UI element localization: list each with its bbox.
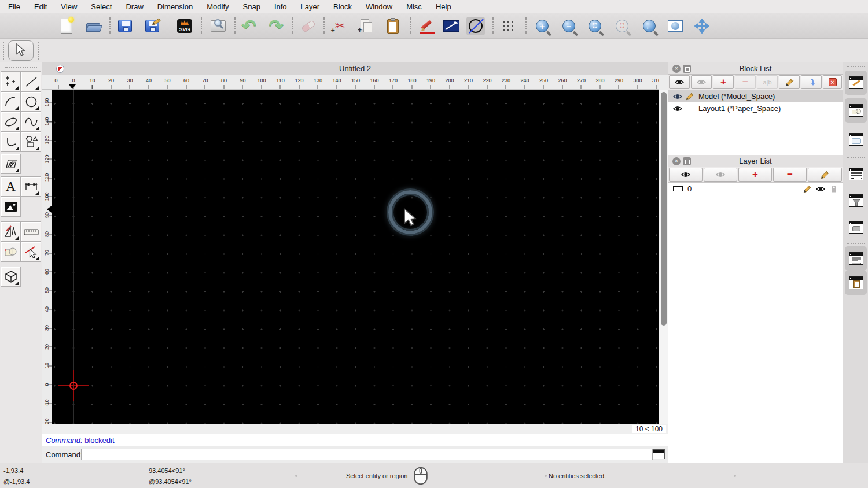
show-all-layers-button[interactable] bbox=[669, 168, 703, 182]
auto-zoom-button[interactable]: ⛶ bbox=[586, 17, 604, 35]
dock-bar-handle bbox=[847, 66, 865, 67]
undo-button[interactable]: ↶ bbox=[240, 17, 258, 35]
status-dot bbox=[545, 475, 547, 477]
menu-item-edit[interactable]: Edit bbox=[34, 2, 47, 11]
menu-item-info[interactable]: Info bbox=[274, 2, 287, 11]
tool-options-toolbar bbox=[0, 38, 868, 62]
menu-item-layer[interactable]: Layer bbox=[301, 2, 320, 11]
edit-layer-button[interactable] bbox=[808, 168, 842, 182]
zoom-out-icon: − bbox=[562, 20, 575, 32]
print-preview-button[interactable] bbox=[209, 17, 227, 35]
grid-toggle-button[interactable] bbox=[499, 17, 517, 35]
h-ruler-label: 210 bbox=[464, 77, 473, 83]
view-toggle-button[interactable] bbox=[845, 215, 867, 239]
selection-filter-toggle-button[interactable] bbox=[845, 188, 867, 213]
block-list-row-model[interactable]: Model (*Model_Space) bbox=[668, 90, 843, 102]
library-browser-toggle-button[interactable] bbox=[845, 127, 867, 151]
layer-list-row-0[interactable]: 0 bbox=[668, 183, 843, 196]
open-file-button[interactable] bbox=[84, 17, 103, 35]
point-tool-button[interactable] bbox=[1, 71, 21, 91]
menu-item-snap[interactable]: Snap bbox=[243, 2, 260, 11]
command-line-toggle-button[interactable] bbox=[845, 246, 867, 271]
modify-tool-button[interactable] bbox=[1, 221, 21, 242]
menu-item-file[interactable]: File bbox=[8, 2, 20, 11]
menu-item-dimension[interactable]: Dimension bbox=[157, 2, 193, 11]
block-list-toggle-button[interactable] bbox=[845, 98, 867, 123]
save-as-button[interactable] bbox=[143, 17, 161, 35]
layer-edit-icon[interactable] bbox=[803, 185, 811, 193]
add-layer-button[interactable]: + bbox=[738, 168, 772, 182]
image-tool-button[interactable] bbox=[1, 197, 21, 217]
zoom-out-button[interactable]: − bbox=[560, 17, 578, 35]
block-list-row-layout1[interactable]: Layout1 (*Paper_Space) bbox=[668, 102, 843, 114]
insert-block-button[interactable] bbox=[801, 75, 822, 89]
dimension-tool-button[interactable] bbox=[21, 176, 41, 197]
edit-block-button[interactable] bbox=[779, 75, 800, 89]
v-ruler: 1501401301201101009080706050403020100-10… bbox=[42, 90, 52, 424]
command-input[interactable] bbox=[81, 449, 653, 460]
hide-all-blocks-button[interactable] bbox=[691, 75, 712, 89]
add-block-button[interactable]: + bbox=[713, 75, 734, 89]
menu-item-block[interactable]: Block bbox=[333, 2, 352, 11]
remove-layer-button[interactable]: − bbox=[773, 168, 807, 182]
show-all-blocks-button[interactable] bbox=[669, 75, 690, 89]
circle-tool-button[interactable] bbox=[21, 91, 41, 112]
previous-view-button[interactable]: ← bbox=[640, 17, 659, 35]
redo-button[interactable]: ↷ bbox=[267, 17, 285, 35]
menu-item-select[interactable]: Select bbox=[91, 2, 112, 11]
hide-all-layers-button[interactable] bbox=[704, 168, 737, 182]
new-file-button[interactable] bbox=[57, 17, 76, 35]
modify-entity-tool-button[interactable] bbox=[21, 242, 41, 262]
measure-button[interactable] bbox=[442, 17, 461, 35]
solid-tool-button[interactable] bbox=[1, 267, 21, 287]
hatch-tool-button[interactable] bbox=[1, 154, 21, 174]
svg-export-button[interactable]: SVG bbox=[175, 17, 194, 35]
save-button[interactable] bbox=[116, 17, 134, 35]
restrict-off-button[interactable] bbox=[466, 17, 485, 35]
paste-button[interactable] bbox=[384, 17, 402, 35]
block-tool-button[interactable] bbox=[1, 242, 21, 262]
palette-handle bbox=[5, 67, 37, 68]
horizontal-scrollbar[interactable]: 10 < 100 bbox=[42, 424, 668, 434]
pan-button[interactable] bbox=[693, 17, 711, 35]
menu-item-draw[interactable]: Draw bbox=[126, 2, 143, 11]
block-visible-icon[interactable] bbox=[673, 93, 682, 100]
drawing-preferences-button[interactable] bbox=[418, 17, 436, 35]
model-canvas[interactable] bbox=[52, 90, 659, 424]
vertical-scrollbar[interactable] bbox=[659, 90, 668, 424]
shapes-tool-button[interactable] bbox=[21, 132, 41, 152]
command-window-toggle-button[interactable] bbox=[653, 449, 665, 459]
block-list-title: Block List bbox=[668, 64, 843, 73]
menu-item-help[interactable]: Help bbox=[436, 2, 451, 11]
filter-panel-icon bbox=[849, 194, 863, 207]
layer-color-swatch[interactable] bbox=[673, 186, 683, 191]
vertical-scrollbar-thumb[interactable] bbox=[661, 92, 667, 326]
block-visible-icon[interactable] bbox=[673, 105, 682, 112]
ellipse-tool-button[interactable] bbox=[1, 112, 21, 132]
h-ruler-label: 80 bbox=[221, 77, 227, 83]
h-ruler-label: 120 bbox=[295, 77, 303, 83]
v-ruler-label: 80 bbox=[44, 229, 50, 239]
property-editor-toggle-button[interactable] bbox=[845, 162, 867, 186]
zoom-window-button[interactable] bbox=[666, 17, 685, 35]
toolbar-separator bbox=[323, 17, 325, 34]
clipboard-panel-toggle-button[interactable] bbox=[845, 271, 867, 295]
menu-item-modify[interactable]: Modify bbox=[207, 2, 229, 11]
layer-visible-icon[interactable] bbox=[816, 186, 825, 193]
text-tool-button[interactable]: A bbox=[1, 176, 21, 197]
layer-list-toggle-button[interactable] bbox=[845, 71, 867, 95]
copy-button[interactable]: + bbox=[357, 17, 376, 35]
cut-button[interactable]: ✂+ bbox=[331, 17, 350, 35]
purge-blocks-button[interactable]: × bbox=[823, 75, 842, 89]
menu-item-view[interactable]: View bbox=[61, 2, 77, 11]
layer-lock-icon[interactable] bbox=[830, 185, 838, 193]
menu-item-misc[interactable]: Misc bbox=[406, 2, 422, 11]
line-tool-button[interactable] bbox=[21, 71, 41, 91]
arc-tool-button[interactable] bbox=[1, 91, 21, 112]
measure-tool-button[interactable] bbox=[21, 221, 41, 242]
polyline-tool-button[interactable] bbox=[1, 132, 21, 152]
menu-item-window[interactable]: Window bbox=[366, 2, 392, 11]
spline-tool-button[interactable] bbox=[21, 112, 41, 132]
zoom-in-button[interactable]: + bbox=[533, 17, 551, 35]
selection-tool-button[interactable] bbox=[8, 40, 34, 61]
